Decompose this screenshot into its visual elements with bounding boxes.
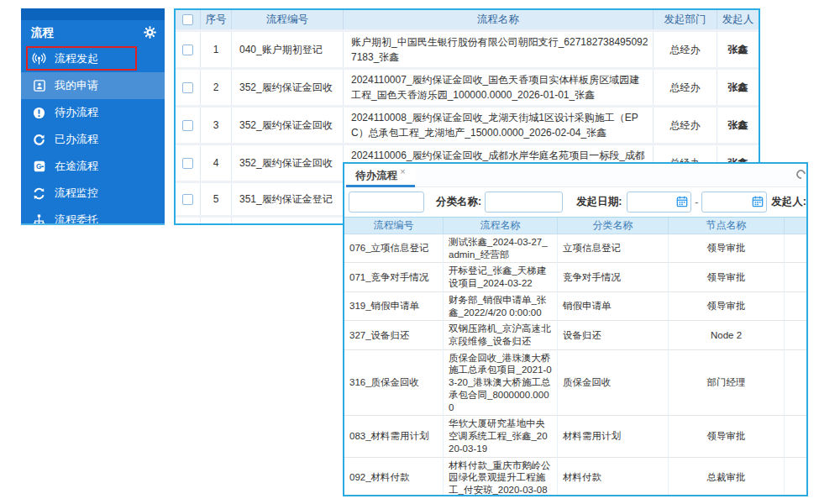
- cell-code: 316_质保金回收: [344, 350, 444, 417]
- row-checkbox[interactable]: [182, 82, 193, 93]
- sidebar-item-process-start[interactable]: 流程发起: [21, 45, 165, 72]
- table-row[interactable]: 319_销假申请单 财务部_销假申请单_张鑫_2022/4/20 0:00:00…: [344, 292, 806, 321]
- cell-no: 1: [201, 32, 232, 67]
- cell-person: 张鑫: [717, 108, 759, 143]
- tab-todo-processes[interactable]: 待办流程 ×: [346, 164, 415, 187]
- sidebar-item-process-delegation[interactable]: 流程委托: [21, 207, 165, 225]
- table-row[interactable]: 083_材料需用计划 华软大厦研究基地中央空调系统工程_张鑫_2020-03-1…: [344, 416, 806, 457]
- row-checkbox[interactable]: [182, 45, 193, 55]
- sidebar-item-process-monitoring[interactable]: 流程监控: [21, 180, 165, 207]
- cell-name: 华软大厦研究基地中央空调系统工程_张鑫_2020-03-19: [444, 416, 558, 457]
- cell-node: 领导审批: [669, 416, 785, 457]
- table-header-row: 序号 流程编号 流程名称 发起部门 发起人: [176, 10, 759, 29]
- tab-close-icon[interactable]: ×: [400, 166, 405, 176]
- sidebar-item-label: 流程监控: [55, 186, 98, 201]
- cell-code: 071_竞争对手情况: [344, 263, 444, 291]
- cell-name: 材料付款_重庆市鹅岭公园绿化景观提升工程施工_付安琼_2020-03-08: [444, 458, 558, 497]
- start-date-label: 发起日期:: [576, 195, 622, 209]
- panel-tab-bar: 待办流程 ×: [344, 164, 806, 187]
- select-all-checkbox[interactable]: [182, 14, 193, 25]
- todo-table: 流程编号 流程名称 分类名称 节点名称 076_立项信息登记 测试张鑫_2024…: [344, 217, 806, 496]
- cell-code: 352_履约保证金回收: [232, 70, 344, 105]
- sidebar-item-label: 在途流程: [55, 159, 98, 174]
- column-header: 流程编号: [344, 218, 444, 234]
- cell-name: 质保金回收_港珠澳大桥施工总承包项目_2021-03-20_港珠澳大桥施工总承包…: [444, 350, 558, 417]
- cell-dept: 总经办: [654, 108, 717, 143]
- row-checkbox[interactable]: [182, 158, 193, 169]
- id-card-icon: [32, 79, 46, 92]
- filter-bar: 分类名称: 发起日期: -: [344, 187, 806, 217]
- column-header: 流程名称: [344, 10, 654, 29]
- sidebar-title: 流程: [31, 25, 54, 40]
- sidebar-item-in-transit-processes[interactable]: G 在途流程: [21, 153, 165, 180]
- cell-no: 6: [201, 218, 232, 225]
- cell-category: 材料付款: [558, 458, 669, 497]
- cell-code: 040_账户期初登记: [232, 32, 344, 67]
- table-header-row: 流程编号 流程名称 分类名称 节点名称: [344, 217, 806, 234]
- tab-label: 待办流程: [355, 169, 397, 183]
- table-row[interactable]: 071_竞争对手情况 开标登记_张鑫_天梯建设项目_2024-03-22 竞争对…: [344, 263, 806, 291]
- cell-category: 立项信息登记: [558, 234, 669, 263]
- row-checkbox[interactable]: [182, 120, 193, 131]
- table-row[interactable]: 1 040_账户期初登记 账户期初_中国民生银行股份有限公司朝阳支行_62718…: [176, 32, 759, 67]
- cell-name: 账户期初_中国民生银行股份有限公司朝阳支行_627182738495092718…: [344, 32, 654, 67]
- cell-person: 张鑫: [717, 70, 759, 105]
- table-row[interactable]: 3 352_履约保证金回收 2024110008_履约保证金回收_龙湖天街城1区…: [176, 108, 759, 143]
- initiator-label: 发起人:: [771, 195, 806, 209]
- select-all-cell: [176, 10, 201, 29]
- table-row[interactable]: 327_设备归还 双钢压路机_京沪高速北京段维修_设备归还 设备归还 Node …: [344, 321, 806, 349]
- cell-category: 质保金回收: [558, 350, 669, 417]
- sidebar-item-label: 流程发起: [55, 51, 98, 66]
- cell-node: 部门经理: [669, 350, 785, 417]
- table-row[interactable]: 316_质保金回收 质保金回收_港珠澳大桥施工总承包项目_2021-03-20_…: [344, 350, 806, 417]
- sidebar-item-my-applications[interactable]: 我的申请: [21, 72, 165, 99]
- category-input[interactable]: [485, 192, 563, 213]
- table-row[interactable]: 076_立项信息登记 测试张鑫_2024-03-27_admin_经营部 立项信…: [344, 234, 806, 263]
- cell-name: 开标登记_张鑫_天梯建设项目_2024-03-22: [444, 263, 558, 291]
- cell-code: 327_设备归还: [344, 321, 444, 349]
- cell-code: 352_履约保证金回收: [232, 145, 344, 181]
- cell-name: 2024110008_履约保证金回收_龙湖天街城1区设计采购施工（EPC）总承包…: [344, 108, 654, 143]
- cell-name: 双钢压路机_京沪高速北京段维修_设备归还: [444, 321, 558, 349]
- sync-icon: [32, 186, 46, 200]
- refresh-icon[interactable]: [795, 168, 807, 181]
- sidebar-item-done-processes[interactable]: 已办流程: [21, 126, 165, 153]
- sidebar-top-strip: [21, 8, 165, 20]
- table-row[interactable]: 092_材料付款 材料付款_重庆市鹅岭公园绿化景观提升工程施工_付安琼_2020…: [344, 458, 806, 497]
- cell-person: 张鑫: [717, 32, 759, 67]
- c-arrow-icon: [32, 133, 46, 146]
- sidebar-item-label: 我的申请: [55, 78, 98, 93]
- g-badge-icon: G: [32, 160, 46, 173]
- cell-code: 083_材料需用计划: [344, 416, 444, 457]
- sidebar-item-label: 流程委托: [55, 213, 98, 225]
- column-header: 节点名称: [669, 218, 785, 234]
- cell-code: 352_履约保证金回收: [232, 108, 344, 143]
- cell-dept: 总经办: [654, 70, 717, 105]
- cell-code: 076_立项信息登记: [344, 234, 444, 263]
- column-header: 序号: [201, 10, 232, 29]
- sidebar-item-todo-processes[interactable]: 待办流程: [21, 99, 165, 126]
- table-row[interactable]: 2 352_履约保证金回收 2024110007_履约保证金回收_国色天香项目实…: [176, 70, 759, 105]
- cell-name: 财务部_销假申请单_张鑫_2022/4/20 0:00:00: [444, 292, 558, 321]
- sidebar-header: 流程: [21, 20, 165, 45]
- keyword-input[interactable]: [349, 192, 424, 213]
- cell-code: 351_履约保证金登记: [232, 218, 344, 225]
- cell-no: 2: [201, 70, 232, 105]
- cell-category: 竞争对手情况: [558, 263, 669, 291]
- date-separator: -: [695, 197, 698, 208]
- cell-no: 5: [201, 183, 232, 215]
- todo-process-panel: 待办流程 × 分类名称: 发起日期:: [343, 162, 808, 496]
- row-checkbox[interactable]: [182, 194, 193, 205]
- svg-text:G: G: [35, 162, 40, 171]
- category-label: 分类名称:: [436, 195, 481, 209]
- calendar-icon[interactable]: [752, 196, 764, 210]
- gear-icon[interactable]: [144, 26, 156, 41]
- column-header: 发起人: [717, 10, 759, 29]
- app-root: 流程: [0, 0, 840, 504]
- cell-node: 领导审批: [669, 292, 785, 321]
- cell-node: Node 2: [669, 321, 785, 349]
- org-chart-icon: [32, 213, 46, 225]
- calendar-icon[interactable]: [676, 196, 688, 210]
- sidebar-item-label: 已办流程: [55, 132, 98, 147]
- column-header: 流程名称: [444, 218, 558, 234]
